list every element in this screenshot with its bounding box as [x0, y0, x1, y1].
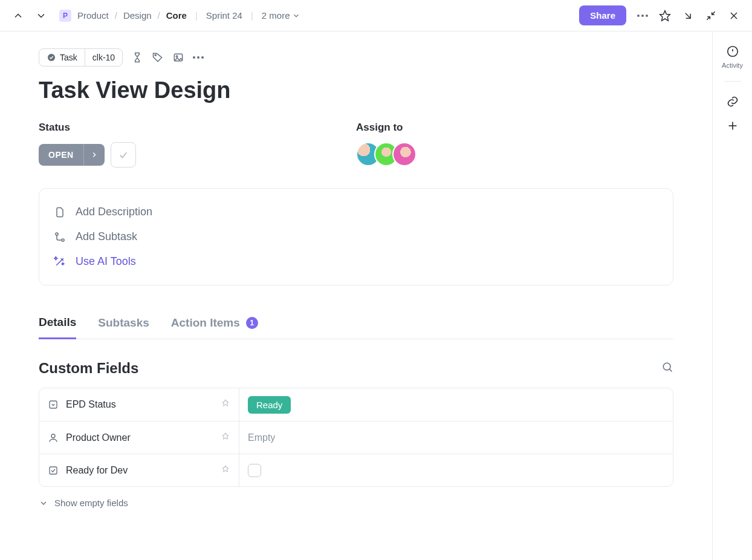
cf-value-epd-status[interactable]: Ready — [239, 388, 673, 421]
task-tabs: Details Subtasks Action Items 1 — [39, 308, 673, 339]
main-content: Task clk-10 Task View Design Status — [0, 31, 712, 560]
breadcrumb-product[interactable]: Product — [77, 10, 109, 21]
add-description-button[interactable]: Add Description — [54, 200, 658, 224]
nav-down-icon[interactable] — [35, 10, 47, 22]
avatar[interactable] — [392, 142, 417, 166]
image-icon[interactable] — [172, 51, 184, 63]
magic-wand-icon — [54, 256, 66, 268]
document-icon — [54, 206, 66, 218]
breadcrumb-more-label: 2 more — [262, 10, 290, 21]
add-subtask-label: Add Subtask — [76, 230, 137, 243]
status-value: OPEN — [39, 144, 83, 166]
status-button[interactable]: OPEN — [39, 144, 105, 166]
tab-action-items[interactable]: Action Items 1 — [171, 309, 258, 338]
cf-label: EPD Status — [66, 399, 116, 410]
quick-actions-card: Add Description Add Subtask Use AI Tools — [39, 188, 673, 285]
svg-rect-13 — [50, 467, 57, 474]
use-ai-label: Use AI Tools — [76, 255, 136, 268]
breadcrumb-design[interactable]: Design — [123, 10, 152, 21]
checkbox-field-icon — [48, 465, 59, 476]
status-next-icon[interactable] — [83, 144, 105, 166]
add-description-label: Add Description — [76, 206, 152, 218]
custom-fields-search-icon[interactable] — [661, 361, 673, 376]
tab-action-items-badge: 1 — [246, 317, 258, 329]
mark-complete-button[interactable] — [111, 142, 136, 168]
use-ai-button[interactable]: Use AI Tools — [54, 249, 658, 274]
task-title[interactable]: Task View Design — [39, 77, 673, 103]
chevron-down-icon — [292, 11, 300, 20]
cf-row-epd-status: EPD Status Ready — [39, 388, 673, 421]
close-icon[interactable] — [728, 10, 740, 22]
cf-row-ready-for-dev: Ready for Dev — [39, 454, 673, 486]
link-icon — [726, 95, 739, 108]
nav-arrows — [12, 10, 47, 22]
pin-icon[interactable] — [221, 399, 230, 411]
svg-point-6 — [176, 56, 178, 57]
svg-point-4 — [155, 54, 156, 56]
more-menu-icon[interactable] — [637, 15, 648, 17]
pin-icon[interactable] — [221, 432, 230, 444]
add-panel-button[interactable] — [726, 119, 739, 132]
tab-subtasks[interactable]: Subtasks — [98, 309, 149, 338]
cf-row-product-owner: Product Owner Empty — [39, 421, 673, 454]
cf-value-product-owner[interactable]: Empty — [239, 422, 673, 454]
collapse-icon[interactable] — [705, 10, 717, 22]
tab-action-items-label: Action Items — [171, 316, 240, 330]
chat-icon — [726, 45, 739, 58]
svg-line-10 — [669, 369, 672, 371]
show-empty-fields-toggle[interactable]: Show empty fields — [39, 498, 673, 508]
show-empty-label: Show empty fields — [54, 498, 128, 508]
hourglass-icon[interactable] — [131, 51, 143, 63]
download-icon[interactable] — [682, 10, 694, 22]
task-type-icon — [47, 53, 56, 62]
svg-marker-0 — [660, 10, 670, 21]
person-field-icon — [48, 432, 59, 443]
pin-icon[interactable] — [221, 464, 230, 477]
activity-label: Activity — [722, 62, 743, 69]
task-type-chip[interactable]: Task clk-10 — [39, 48, 123, 67]
chevron-down-icon — [39, 498, 48, 508]
assign-label: Assign to — [356, 122, 673, 134]
task-more-icon[interactable] — [193, 56, 204, 59]
cf-value-ready-for-dev[interactable] — [239, 454, 673, 486]
svg-point-7 — [56, 232, 58, 235]
custom-fields-title: Custom Fields — [39, 360, 138, 377]
dropdown-field-icon — [48, 399, 59, 410]
task-id: clk-10 — [92, 53, 115, 62]
task-type-label: Task — [60, 53, 77, 62]
task-meta-chips: Task clk-10 — [39, 48, 673, 67]
status-label: Status — [39, 122, 356, 134]
share-button[interactable]: Share — [579, 5, 626, 25]
cf-label: Ready for Dev — [66, 465, 128, 476]
svg-point-9 — [663, 363, 670, 370]
breadcrumb-more[interactable]: 2 more — [262, 10, 301, 21]
ready-for-dev-checkbox[interactable] — [248, 464, 261, 477]
tag-icon[interactable] — [152, 51, 164, 63]
svg-point-8 — [62, 238, 64, 241]
plus-icon — [726, 119, 739, 132]
nav-up-icon[interactable] — [12, 10, 24, 22]
activity-panel-button[interactable]: Activity — [722, 45, 743, 69]
tab-details[interactable]: Details — [39, 308, 76, 339]
svg-point-3 — [48, 54, 55, 61]
svg-rect-11 — [50, 401, 57, 408]
custom-fields-table: EPD Status Ready Product Owner — [39, 388, 673, 487]
topbar-actions: Share — [579, 5, 740, 25]
link-panel-button[interactable] — [726, 95, 739, 108]
add-subtask-button[interactable]: Add Subtask — [54, 224, 658, 249]
right-rail: Activity — [712, 31, 752, 560]
workspace-icon[interactable]: P — [59, 10, 71, 22]
svg-point-12 — [51, 434, 55, 438]
subtask-icon — [54, 231, 66, 243]
cf-label: Product Owner — [66, 432, 131, 443]
topbar: P Product / Design / Core | Sprint 24 | … — [0, 0, 752, 31]
assignee-avatars[interactable] — [356, 142, 673, 166]
star-icon[interactable] — [659, 10, 671, 22]
breadcrumb-sprint[interactable]: Sprint 24 — [206, 10, 242, 21]
ready-badge: Ready — [248, 396, 291, 414]
breadcrumb: P Product / Design / Core | Sprint 24 | … — [59, 10, 300, 22]
task-id-chip[interactable]: clk-10 — [85, 49, 122, 66]
check-icon — [118, 149, 129, 160]
breadcrumb-core[interactable]: Core — [166, 10, 187, 21]
